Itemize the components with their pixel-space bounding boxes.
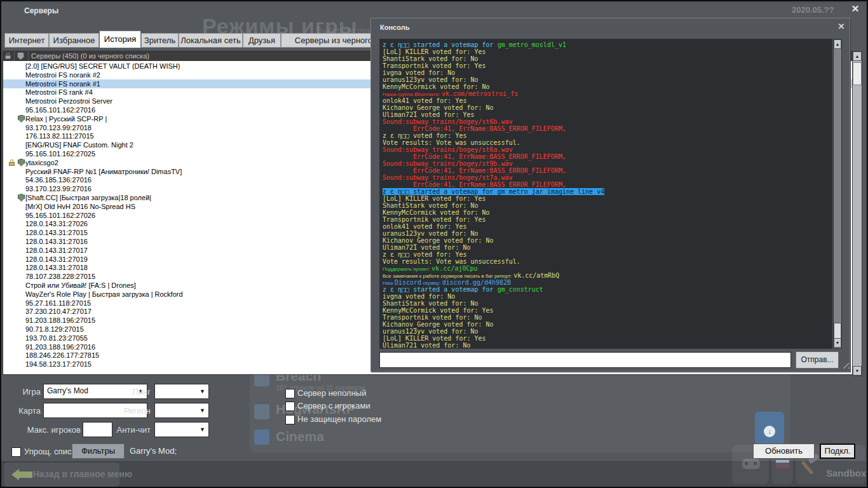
scroll-down-icon[interactable]: ▼ [834, 338, 841, 348]
console-text-segment: onlok41 voted for: Yes [383, 223, 466, 230]
console-line[interactable]: Все замечания к работе серверов писать в… [383, 272, 559, 279]
console-line[interactable]: z ε η□□ voted for: Yes [383, 251, 466, 258]
server-name: 128.0.143.31:27019 [25, 255, 88, 264]
console-line[interactable]: [LoL] KILLER voted for: Yes [383, 335, 486, 342]
console-line[interactable]: Sound:subway_trains/bogey/st7a.wav [383, 174, 513, 181]
console-line[interactable]: uranus123yv voted for: No [383, 76, 478, 83]
anticheat-filter-dropdown[interactable]: ▼ [154, 422, 209, 437]
console-line[interactable]: Vote results: Vote was unsuccessful. [383, 258, 520, 265]
server-name: 194.58.123.17:27015 [25, 360, 92, 369]
scroll-down-icon[interactable]: ▼ [853, 366, 862, 376]
console-text-segment: Sound:subway_trains/bogey/st6a.wav [383, 146, 513, 153]
console-close-icon[interactable]: ✕ [836, 22, 846, 32]
console-line[interactable]: Sound:subway_trains/bogey/st6b.wav [383, 118, 513, 125]
tab-4[interactable]: Локальная сеть [179, 33, 243, 48]
console-line[interactable]: Uliman721 voted for: No [383, 342, 470, 349]
console-line[interactable]: z ε η□□ started a votemap for gm_constru… [383, 286, 543, 293]
game-filter-value: Garry's Mod [47, 386, 88, 395]
console-line[interactable]: uranus123yv voted for: No [383, 230, 478, 237]
console-line[interactable]: KennyMcCormick voted for: No [383, 209, 490, 216]
server-name: 128.0.143.31:27015 [25, 228, 88, 237]
tab-3[interactable]: Зритель [141, 33, 179, 48]
region-filter-dropdown[interactable]: ▼ [154, 403, 209, 418]
console-line[interactable]: z ε η□□ voted for: Yes [383, 132, 466, 139]
console-text-segment: Kichanov_George voted for: No [383, 104, 494, 111]
console-line[interactable]: z ε η□□ started a votemap for gm_metro_m… [383, 41, 566, 48]
console-line[interactable]: ivgna voted for: No [383, 69, 455, 76]
refresh-button[interactable]: Обновить [753, 444, 815, 459]
server-name: 128.0.143.31:27016 [25, 237, 88, 246]
console-line[interactable]: Наша группа ВКонтакте: vk.com/metrostroi… [383, 90, 518, 97]
dialog-close-icon[interactable]: ✕ [849, 3, 862, 16]
ping-filter-dropdown[interactable]: ▼ [154, 384, 209, 399]
console-line[interactable]: KennyMcCormick voted for: Yes [383, 307, 494, 314]
console-line[interactable]: ErrCode:41, ErrName:BASS_ERROR_FILEFORM, [383, 153, 566, 160]
console-text-segment: uranus123yv voted for: No [383, 328, 478, 335]
console-text-segment: vk.cc/atmRbQ [513, 272, 559, 279]
tab-history-active[interactable]: История [99, 30, 141, 48]
console-line[interactable]: Поддержать проект: vk.cc/aj0Cpu [383, 265, 478, 272]
console-line[interactable]: onlok41 voted for: Yes [383, 97, 466, 104]
chevron-down-icon: ▼ [200, 426, 205, 433]
server-name: 93.170.123.99:27016 [25, 184, 92, 193]
shield-column-header[interactable] [15, 51, 29, 61]
ping-filter-label: Пинг [107, 387, 151, 396]
scroll-up-icon[interactable]: ▲ [853, 51, 862, 61]
tab-0[interactable]: Интернет [4, 33, 49, 48]
console-line[interactable]: [LoL] KILLER voted for: Yes [383, 48, 486, 55]
tab-5[interactable]: Друзья [243, 33, 281, 48]
console-text-segment: z ε η□□ voted for: Yes [383, 132, 466, 139]
console-line[interactable]: ShantiStark voted for: No [383, 55, 478, 62]
console-send-button[interactable]: Отправ... [796, 351, 839, 369]
console-scrollbar[interactable]: ▲ ▼ [833, 39, 842, 349]
console-text-segment: uranus123yv voted for: No [383, 76, 478, 83]
console-line[interactable]: ErrCode:41, ErrName:BASS_ERROR_FILEFORM, [383, 181, 566, 188]
console-line[interactable]: Наш Discord сервер: discord.gg/d4h982B [383, 279, 511, 286]
console-line[interactable]: ivgna voted for: No [383, 293, 455, 300]
console-line[interactable]: Uliman721 voted for: No [383, 244, 470, 251]
console-line[interactable]: ShantiStark voted for: No [383, 202, 478, 209]
console-line[interactable]: ErrCode:41, ErrName:BASS_ERROR_FILEFORM, [383, 167, 566, 174]
console-line[interactable]: KennyMcCormick voted for: No [383, 83, 490, 90]
console-line[interactable]: ShantiStark voted for: No [383, 300, 478, 307]
console-line[interactable]: Transportnik voted for: No [383, 314, 482, 321]
resize-grip[interactable] [840, 360, 849, 369]
scrollbar-thumb[interactable] [853, 62, 862, 85]
console-text-segment: ShantiStark voted for: No [383, 55, 478, 62]
scroll-up-icon[interactable]: ▲ [834, 39, 841, 49]
dialog-title: Серверы [24, 6, 58, 15]
filter-checkbox-2[interactable] [285, 415, 295, 424]
connect-button[interactable]: Подкл. [820, 444, 855, 459]
lock-column-header[interactable] [3, 51, 15, 61]
console-line[interactable]: Kichanov_George voted for: No [383, 321, 494, 328]
console-line[interactable]: Transportnik voted for: Yes [383, 62, 486, 69]
console-text-segment: Все замечания к работе серверов писать в… [383, 273, 513, 279]
console-text-segment: Наш [383, 280, 395, 286]
console-line[interactable]: onlok41 voted for: Yes [383, 223, 466, 230]
console-text-segment: ivgna voted for: No [383, 69, 455, 76]
console-line[interactable]: uranus123yv voted for: No [383, 328, 478, 335]
server-name: [MrX] Old HvH 2016 No-Spread HS [25, 202, 135, 211]
console-line-selected[interactable]: z ε η□□ started a votemap for gm_metro_j… [383, 188, 604, 195]
console-line[interactable]: Transportnik voted for: Yes [383, 216, 486, 223]
filter-checkbox-0[interactable] [285, 389, 295, 398]
chevron-down-icon: ▼ [200, 388, 205, 395]
tab-1[interactable]: Избранное [49, 33, 99, 48]
console-command-input[interactable] [379, 352, 791, 368]
console-text-segment: ErrCode:41, ErrName:BASS_ERROR_FILEFORM, [383, 125, 566, 132]
filters-button[interactable]: Фильтры [72, 444, 125, 459]
console-line[interactable]: Vote results: Vote was unsuccessful. [383, 139, 520, 146]
console-line[interactable]: Sound:subway_trains/bogey/st6a.wav [383, 146, 513, 153]
filter-checkbox-1[interactable] [285, 402, 295, 411]
console-line[interactable]: Kichanov_George voted for: No [383, 237, 494, 244]
console-text-segment: gm_metro_mosldl_v1 [498, 41, 566, 48]
console-line[interactable]: ErrCode:41, ErrName:BASS_ERROR_FILEFORM, [383, 125, 566, 132]
console-line[interactable]: [LoL] KILLER voted for: Yes [383, 195, 486, 202]
console-line[interactable]: Kichanov_George voted for: No [383, 104, 494, 111]
console-line[interactable]: Uliman721 voted for: Yes [383, 111, 475, 118]
back-to-menu-label: Назад в главное меню [33, 469, 132, 479]
server-name: Строй или Убивай! [FA:S | Drones] [25, 281, 136, 290]
console-line[interactable]: Sound:subway_trains/bogey/st9b.wav [383, 160, 513, 167]
server-list-scrollbar[interactable]: ▲ ▼ [852, 51, 862, 376]
simple-list-checkbox[interactable] [11, 447, 21, 457]
